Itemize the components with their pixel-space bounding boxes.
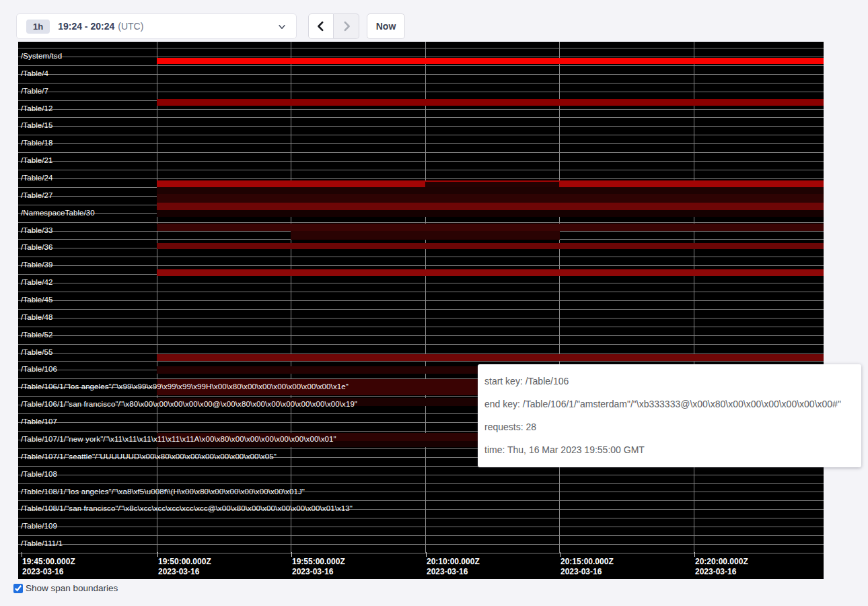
heatmap-band[interactable] bbox=[157, 99, 824, 106]
heatmap-gridline-h bbox=[18, 135, 824, 135]
row-label: /NamespaceTable/30 bbox=[21, 209, 95, 217]
row-label: /Table/15 bbox=[21, 121, 53, 129]
heatmap-gridline-h bbox=[18, 257, 824, 257]
heatmap-gridline-h bbox=[18, 553, 824, 553]
tooltip-requests: requests: 28 bbox=[484, 415, 855, 438]
show-span-boundaries-label: Show span boundaries bbox=[26, 583, 118, 593]
row-label: /Table/33 bbox=[21, 226, 53, 234]
tooltip-time: time: Thu, 16 Mar 2023 19:55:00 GMT bbox=[484, 438, 855, 461]
range-duration-badge: 1h bbox=[26, 20, 50, 34]
heatmap-band[interactable] bbox=[157, 269, 824, 276]
row-label: /Table/24 bbox=[21, 174, 53, 182]
heatmap-gridline-v bbox=[157, 42, 157, 553]
axis-tick bbox=[694, 552, 695, 557]
row-label: /Table/108/1/"los angeles"/"\xa8\xf5\u00… bbox=[21, 487, 305, 496]
heatmap-gridline-v bbox=[291, 42, 291, 553]
heatmap-gridline-h bbox=[18, 518, 824, 518]
heatmap-gridline-h bbox=[18, 535, 824, 536]
heatmap-band[interactable] bbox=[157, 194, 824, 203]
row-label: /Table/109 bbox=[21, 522, 57, 530]
heatmap-gridline-h bbox=[18, 222, 824, 223]
axis-time-label: 20:10:00.000Z bbox=[427, 557, 480, 566]
heatmap-gridline-h bbox=[18, 48, 824, 48]
axis-date-label: 2023-03-16 bbox=[292, 567, 333, 576]
heatmap-gridline-h bbox=[18, 327, 824, 327]
row-label: /Table/27 bbox=[21, 191, 53, 199]
show-span-boundaries-checkbox[interactable] bbox=[13, 584, 23, 593]
row-label: /Table/106/1/"san francisco"/"\x80\x00\x… bbox=[21, 400, 357, 408]
row-label: /Table/42 bbox=[21, 278, 53, 286]
heatmap-band[interactable] bbox=[425, 182, 559, 187]
row-label: /Table/107/1/"new york"/"\x11\x11\x11\x1… bbox=[21, 435, 336, 443]
heatmap-gridline-h bbox=[18, 353, 824, 354]
row-label: /Table/52 bbox=[21, 331, 53, 339]
heatmap-gridline-h bbox=[18, 283, 824, 283]
chevron-down-icon bbox=[277, 22, 287, 32]
axis-tick bbox=[560, 552, 560, 557]
heatmap-gridline-h bbox=[18, 527, 824, 527]
heatmap-gridline-h bbox=[18, 309, 824, 310]
next-time-button[interactable] bbox=[334, 13, 359, 39]
range-timezone: (UTC) bbox=[118, 21, 143, 32]
prev-time-button[interactable] bbox=[308, 13, 334, 39]
axis-tick bbox=[291, 552, 292, 557]
now-button[interactable]: Now bbox=[367, 13, 405, 39]
heatmap-gridline-h bbox=[18, 126, 824, 127]
heatmap-band[interactable] bbox=[157, 203, 824, 210]
axis-time-label: 19:55:00.000Z bbox=[292, 557, 345, 566]
heatmap-gridline-h bbox=[18, 344, 824, 345]
heatmap-gridline-h bbox=[18, 65, 824, 66]
heatmap-gridline-h bbox=[18, 544, 824, 545]
row-label: /Table/107/1/"seattle"/"UUUUUUD\x00\x80\… bbox=[21, 452, 277, 461]
tooltip-end-key: end key: /Table/106/1/"amsterdam"/"\xb33… bbox=[484, 393, 855, 415]
axis-date-label: 2023-03-16 bbox=[427, 567, 468, 576]
heatmap-band[interactable] bbox=[157, 224, 824, 231]
row-label: /Table/36 bbox=[21, 243, 53, 251]
heatmap-gridline-h bbox=[18, 318, 824, 318]
heatmap-gridline-h bbox=[18, 483, 824, 484]
heatmap-band[interactable] bbox=[157, 210, 824, 217]
row-label: /Table/7 bbox=[21, 87, 48, 95]
axis-date-label: 2023-03-16 bbox=[158, 567, 199, 576]
time-nav-group bbox=[308, 13, 359, 39]
heatmap-gridline-h bbox=[18, 83, 824, 83]
row-label: /Table/106/1/"los angeles"/"\x99\x99\x99… bbox=[21, 382, 349, 391]
row-label: /Table/4 bbox=[21, 69, 48, 77]
row-label: /Table/108 bbox=[21, 470, 57, 478]
heatmap-band[interactable] bbox=[291, 231, 560, 240]
heatmap-gridline-v bbox=[559, 42, 560, 553]
heatmap-gridline-h bbox=[18, 92, 824, 92]
heatmap-gridline-h bbox=[18, 361, 824, 362]
heatmap-band[interactable] bbox=[157, 243, 824, 249]
row-label: /Table/108/1/"san francisco"/"\x8c\xcc\x… bbox=[21, 504, 353, 512]
heatmap-gridline-h bbox=[18, 292, 824, 292]
heatmap-gridline-h bbox=[18, 161, 824, 162]
chevron-left-icon bbox=[316, 21, 326, 32]
axis-time-label: 19:45:00.000Z bbox=[22, 557, 75, 566]
chevron-right-icon bbox=[341, 21, 352, 32]
row-label: /Table/21 bbox=[21, 156, 53, 164]
key-visualizer-canvas[interactable]: 19:45:00.000Z2023-03-1619:50:00.000Z2023… bbox=[18, 42, 824, 579]
heatmap-gridline-h bbox=[18, 500, 824, 501]
span-tooltip: start key: /Table/106 end key: /Table/10… bbox=[478, 364, 861, 467]
heatmap-band[interactable] bbox=[157, 354, 824, 361]
heatmap-gridline-v bbox=[425, 42, 426, 553]
axis-date-label: 2023-03-16 bbox=[22, 567, 63, 576]
axis-time-label: 20:15:00.000Z bbox=[560, 557, 614, 566]
heatmap-gridline-h bbox=[18, 265, 824, 266]
axis-date-label: 2023-03-16 bbox=[695, 567, 736, 576]
row-label: /Table/45 bbox=[21, 296, 53, 304]
heatmap-band[interactable] bbox=[157, 187, 824, 194]
toolbar: 1h 19:24 - 20:24 (UTC) Now bbox=[0, 0, 868, 42]
axis-tick bbox=[22, 552, 22, 557]
row-label: /Table/107 bbox=[21, 417, 57, 426]
axis-date-label: 2023-03-16 bbox=[560, 567, 602, 576]
axis-time-label: 20:20:00.000Z bbox=[695, 557, 748, 566]
row-label: /System/tsd bbox=[21, 52, 62, 60]
tooltip-start-key: start key: /Table/106 bbox=[484, 370, 855, 393]
heatmap-gridline-h bbox=[18, 143, 824, 144]
row-label: /Table/48 bbox=[21, 313, 53, 321]
heatmap-band[interactable] bbox=[157, 58, 824, 64]
heatmap-gridline-h bbox=[18, 74, 824, 75]
time-range-dropdown[interactable]: 1h 19:24 - 20:24 (UTC) bbox=[16, 13, 297, 39]
